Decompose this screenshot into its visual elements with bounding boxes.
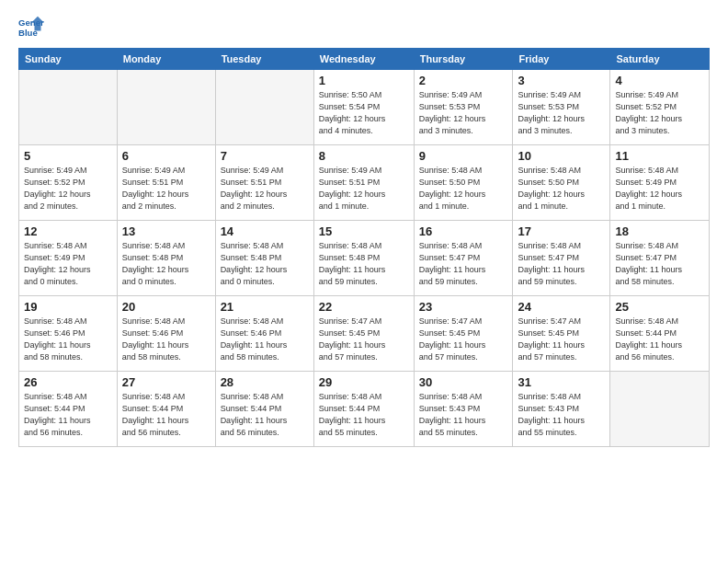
day-cell: 18Sunrise: 5:48 AM Sunset: 5:47 PM Dayli…: [610, 221, 710, 296]
day-cell: 29Sunrise: 5:48 AM Sunset: 5:44 PM Dayli…: [313, 372, 414, 447]
day-cell: 24Sunrise: 5:47 AM Sunset: 5:45 PM Dayli…: [513, 296, 610, 372]
weekday-tuesday: Tuesday: [215, 49, 313, 70]
day-info: Sunrise: 5:49 AM Sunset: 5:51 PM Dayligh…: [122, 165, 210, 213]
day-number: 3: [518, 74, 605, 87]
day-number: 17: [518, 224, 605, 238]
day-cell: 27Sunrise: 5:48 AM Sunset: 5:44 PM Dayli…: [117, 372, 215, 447]
day-cell: 20Sunrise: 5:48 AM Sunset: 5:46 PM Dayli…: [117, 296, 215, 372]
calendar-table: SundayMondayTuesdayWednesdayThursdayFrid…: [18, 48, 710, 447]
day-number: 14: [221, 224, 309, 238]
day-number: 8: [319, 149, 409, 163]
day-number: 12: [24, 224, 112, 238]
day-cell: 15Sunrise: 5:48 AM Sunset: 5:48 PM Dayli…: [313, 221, 414, 296]
day-cell: 16Sunrise: 5:48 AM Sunset: 5:47 PM Dayli…: [414, 221, 513, 296]
day-number: 15: [319, 224, 409, 238]
weekday-sunday: Sunday: [19, 49, 118, 70]
day-number: 5: [24, 149, 112, 163]
day-info: Sunrise: 5:48 AM Sunset: 5:44 PM Dayligh…: [319, 391, 409, 439]
day-number: 22: [319, 300, 409, 314]
day-cell: [117, 70, 215, 145]
day-number: 31: [518, 375, 605, 389]
day-cell: 1Sunrise: 5:50 AM Sunset: 5:54 PM Daylig…: [313, 70, 414, 145]
day-number: 27: [122, 375, 210, 389]
weekday-thursday: Thursday: [414, 49, 513, 70]
day-cell: 6Sunrise: 5:49 AM Sunset: 5:51 PM Daylig…: [117, 145, 215, 221]
day-cell: 13Sunrise: 5:48 AM Sunset: 5:48 PM Dayli…: [117, 221, 215, 296]
day-cell: 7Sunrise: 5:49 AM Sunset: 5:51 PM Daylig…: [215, 145, 313, 221]
day-number: 4: [615, 74, 704, 87]
day-cell: 31Sunrise: 5:48 AM Sunset: 5:43 PM Dayli…: [513, 372, 610, 447]
day-number: 10: [518, 149, 605, 163]
day-info: Sunrise: 5:48 AM Sunset: 5:48 PM Dayligh…: [319, 240, 409, 288]
day-info: Sunrise: 5:47 AM Sunset: 5:45 PM Dayligh…: [319, 316, 409, 363]
day-number: 26: [24, 375, 112, 389]
day-cell: 9Sunrise: 5:48 AM Sunset: 5:50 PM Daylig…: [414, 145, 513, 221]
weekday-friday: Friday: [513, 49, 610, 70]
day-info: Sunrise: 5:49 AM Sunset: 5:51 PM Dayligh…: [221, 165, 309, 213]
weekday-monday: Monday: [117, 49, 215, 70]
day-cell: 17Sunrise: 5:48 AM Sunset: 5:47 PM Dayli…: [513, 221, 610, 296]
day-number: 19: [24, 300, 112, 314]
week-row-2: 5Sunrise: 5:49 AM Sunset: 5:52 PM Daylig…: [19, 145, 710, 221]
day-info: Sunrise: 5:48 AM Sunset: 5:49 PM Dayligh…: [615, 165, 704, 213]
day-info: Sunrise: 5:48 AM Sunset: 5:44 PM Dayligh…: [221, 391, 309, 439]
day-info: Sunrise: 5:48 AM Sunset: 5:50 PM Dayligh…: [419, 165, 508, 213]
day-info: Sunrise: 5:48 AM Sunset: 5:44 PM Dayligh…: [24, 391, 112, 439]
day-info: Sunrise: 5:48 AM Sunset: 5:44 PM Dayligh…: [122, 391, 210, 439]
day-cell: 12Sunrise: 5:48 AM Sunset: 5:49 PM Dayli…: [19, 221, 118, 296]
day-info: Sunrise: 5:47 AM Sunset: 5:45 PM Dayligh…: [518, 316, 605, 363]
day-cell: 10Sunrise: 5:48 AM Sunset: 5:50 PM Dayli…: [513, 145, 610, 221]
day-cell: 22Sunrise: 5:47 AM Sunset: 5:45 PM Dayli…: [313, 296, 414, 372]
day-number: 11: [615, 149, 704, 163]
day-cell: 5Sunrise: 5:49 AM Sunset: 5:52 PM Daylig…: [19, 145, 118, 221]
day-info: Sunrise: 5:48 AM Sunset: 5:46 PM Dayligh…: [122, 316, 210, 363]
day-number: 23: [419, 300, 508, 314]
day-cell: 8Sunrise: 5:49 AM Sunset: 5:51 PM Daylig…: [313, 145, 414, 221]
day-info: Sunrise: 5:48 AM Sunset: 5:43 PM Dayligh…: [419, 391, 508, 439]
day-info: Sunrise: 5:48 AM Sunset: 5:43 PM Dayligh…: [518, 391, 605, 439]
day-info: Sunrise: 5:48 AM Sunset: 5:47 PM Dayligh…: [419, 240, 508, 288]
day-cell: 21Sunrise: 5:48 AM Sunset: 5:46 PM Dayli…: [215, 296, 313, 372]
day-info: Sunrise: 5:48 AM Sunset: 5:48 PM Dayligh…: [122, 240, 210, 288]
logo-icon: General Blue: [18, 15, 44, 40]
day-number: 1: [319, 74, 409, 87]
day-cell: 23Sunrise: 5:47 AM Sunset: 5:45 PM Dayli…: [414, 296, 513, 372]
day-info: Sunrise: 5:49 AM Sunset: 5:51 PM Dayligh…: [319, 165, 409, 213]
day-info: Sunrise: 5:48 AM Sunset: 5:46 PM Dayligh…: [221, 316, 309, 363]
day-number: 24: [518, 300, 605, 314]
day-number: 20: [122, 300, 210, 314]
day-cell: [19, 70, 118, 145]
day-info: Sunrise: 5:50 AM Sunset: 5:54 PM Dayligh…: [319, 89, 409, 137]
week-row-5: 26Sunrise: 5:48 AM Sunset: 5:44 PM Dayli…: [19, 372, 710, 447]
day-info: Sunrise: 5:49 AM Sunset: 5:52 PM Dayligh…: [615, 89, 704, 137]
day-number: 30: [419, 375, 508, 389]
day-cell: [215, 70, 313, 145]
day-info: Sunrise: 5:48 AM Sunset: 5:47 PM Dayligh…: [615, 240, 704, 288]
day-cell: 3Sunrise: 5:49 AM Sunset: 5:53 PM Daylig…: [513, 70, 610, 145]
day-info: Sunrise: 5:48 AM Sunset: 5:44 PM Dayligh…: [615, 316, 704, 363]
logo: General Blue: [18, 15, 44, 40]
weekday-wednesday: Wednesday: [313, 49, 414, 70]
day-info: Sunrise: 5:48 AM Sunset: 5:48 PM Dayligh…: [221, 240, 309, 288]
day-number: 29: [319, 375, 409, 389]
day-number: 2: [419, 74, 508, 87]
day-number: 7: [221, 149, 309, 163]
page-header: General Blue: [18, 15, 710, 40]
day-number: 9: [419, 149, 508, 163]
day-cell: 2Sunrise: 5:49 AM Sunset: 5:53 PM Daylig…: [414, 70, 513, 145]
day-cell: 25Sunrise: 5:48 AM Sunset: 5:44 PM Dayli…: [610, 296, 710, 372]
day-cell: 11Sunrise: 5:48 AM Sunset: 5:49 PM Dayli…: [610, 145, 710, 221]
day-number: 18: [615, 224, 704, 238]
week-row-4: 19Sunrise: 5:48 AM Sunset: 5:46 PM Dayli…: [19, 296, 710, 372]
day-info: Sunrise: 5:49 AM Sunset: 5:52 PM Dayligh…: [24, 165, 112, 213]
day-number: 13: [122, 224, 210, 238]
day-number: 6: [122, 149, 210, 163]
day-info: Sunrise: 5:49 AM Sunset: 5:53 PM Dayligh…: [419, 89, 508, 137]
weekday-saturday: Saturday: [610, 49, 710, 70]
day-info: Sunrise: 5:48 AM Sunset: 5:47 PM Dayligh…: [518, 240, 605, 288]
day-info: Sunrise: 5:47 AM Sunset: 5:45 PM Dayligh…: [419, 316, 508, 363]
day-number: 16: [419, 224, 508, 238]
day-info: Sunrise: 5:48 AM Sunset: 5:49 PM Dayligh…: [24, 240, 112, 288]
day-cell: 30Sunrise: 5:48 AM Sunset: 5:43 PM Dayli…: [414, 372, 513, 447]
day-info: Sunrise: 5:48 AM Sunset: 5:50 PM Dayligh…: [518, 165, 605, 213]
